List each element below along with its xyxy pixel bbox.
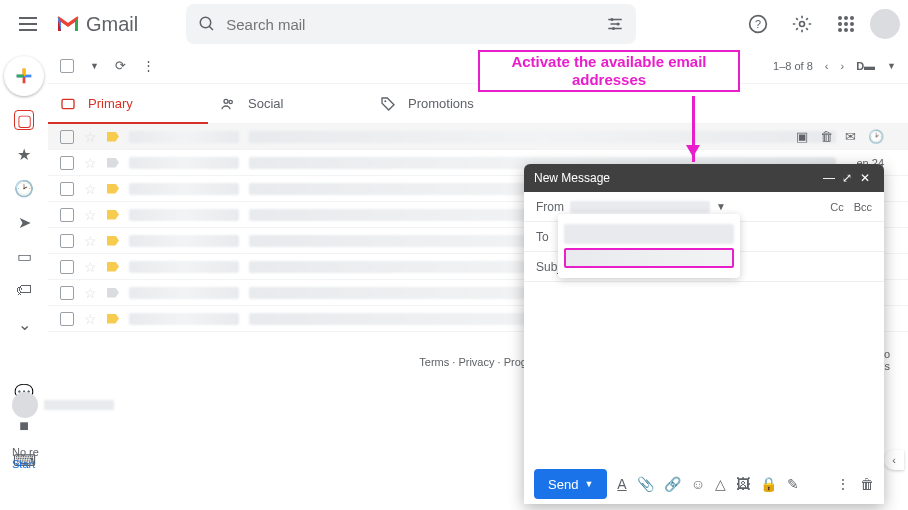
from-dropdown-icon[interactable]: ▼: [716, 201, 726, 212]
label-nav-icon[interactable]: 🏷: [14, 280, 34, 300]
from-option-1[interactable]: [564, 224, 734, 244]
importance-icon[interactable]: [107, 158, 119, 168]
search-input[interactable]: [226, 16, 596, 33]
drive-icon[interactable]: △: [715, 476, 726, 492]
prev-page-icon[interactable]: ‹: [825, 60, 829, 72]
row-checkbox[interactable]: [60, 260, 74, 274]
star-icon[interactable]: ☆: [84, 181, 97, 197]
row-checkbox[interactable]: [60, 208, 74, 222]
density-dropdown-icon[interactable]: ▼: [887, 61, 896, 71]
pen-icon[interactable]: ✎: [787, 476, 799, 492]
svg-point-3: [612, 27, 615, 30]
gmail-text: Gmail: [86, 13, 138, 36]
svg-point-7: [838, 16, 842, 20]
discard-icon[interactable]: 🗑: [860, 476, 874, 492]
svg-point-13: [838, 28, 842, 32]
starred-nav-icon[interactable]: ★: [14, 144, 34, 164]
select-dropdown-icon[interactable]: ▼: [90, 61, 99, 71]
row-checkbox[interactable]: [60, 156, 74, 170]
image-icon[interactable]: 🖼: [736, 476, 750, 492]
star-icon[interactable]: ☆: [84, 233, 97, 249]
from-value-blur: [570, 201, 710, 213]
sender-blur: [129, 313, 239, 325]
svg-point-6: [800, 22, 805, 27]
svg-point-15: [850, 28, 854, 32]
send-button[interactable]: Send▼: [534, 469, 607, 499]
more-actions-icon[interactable]: ⋮: [142, 58, 155, 73]
avatar[interactable]: [870, 9, 900, 39]
help-icon[interactable]: ?: [738, 4, 778, 44]
svg-point-11: [844, 22, 848, 26]
link-icon[interactable]: 🔗: [664, 476, 681, 492]
table-row[interactable]: ☆ ▣ 🗑 ✉ 🕑: [48, 124, 908, 150]
importance-icon[interactable]: [107, 132, 119, 142]
emoji-icon[interactable]: ☺: [691, 476, 705, 492]
drafts-nav-icon[interactable]: ▭: [14, 246, 34, 266]
snooze-icon[interactable]: 🕑: [868, 129, 884, 144]
importance-icon[interactable]: [107, 288, 119, 298]
importance-icon[interactable]: [107, 184, 119, 194]
star-icon[interactable]: ☆: [84, 259, 97, 275]
row-checkbox[interactable]: [60, 286, 74, 300]
delete-icon[interactable]: 🗑: [820, 129, 833, 144]
to-label: To: [536, 230, 549, 244]
apps-icon[interactable]: [826, 4, 866, 44]
importance-icon[interactable]: [107, 314, 119, 324]
star-icon[interactable]: ☆: [84, 207, 97, 223]
plus-icon: [13, 65, 35, 87]
gmail-icon: [56, 15, 80, 33]
annotation-text: Activate the available email addresses: [480, 53, 738, 89]
svg-point-0: [200, 17, 211, 28]
from-field[interactable]: From ▼ Cc Bcc: [524, 192, 884, 222]
search-bar[interactable]: [186, 4, 636, 44]
markread-icon[interactable]: ✉: [845, 129, 856, 144]
hangouts-start-link[interactable]: Start: [12, 458, 35, 470]
more-compose-icon[interactable]: ⋮: [836, 476, 850, 492]
row-checkbox[interactable]: [60, 182, 74, 196]
importance-icon[interactable]: [107, 262, 119, 272]
close-icon[interactable]: ✕: [856, 171, 874, 185]
tab-social[interactable]: Social: [208, 84, 368, 123]
minimize-icon[interactable]: —: [820, 171, 838, 185]
format-icon[interactable]: A: [617, 476, 626, 492]
star-icon[interactable]: ☆: [84, 129, 97, 145]
from-option-2[interactable]: [564, 248, 734, 268]
gmail-logo[interactable]: Gmail: [56, 13, 138, 36]
compose-body[interactable]: [524, 282, 884, 464]
snoozed-nav-icon[interactable]: 🕑: [14, 178, 34, 198]
compose-header[interactable]: New Message — ⤢ ✕: [524, 164, 884, 192]
confidential-icon[interactable]: 🔒: [760, 476, 777, 492]
compose-button[interactable]: [4, 56, 44, 96]
density-toggle[interactable]: D▬: [856, 60, 875, 72]
row-checkbox[interactable]: [60, 130, 74, 144]
search-icon: [198, 15, 216, 33]
select-all-checkbox[interactable]: [60, 59, 74, 73]
importance-icon[interactable]: [107, 210, 119, 220]
row-checkbox[interactable]: [60, 234, 74, 248]
sent-nav-icon[interactable]: ➤: [14, 212, 34, 232]
hamburger-menu[interactable]: [8, 4, 48, 44]
inbox-nav-icon[interactable]: ▢: [14, 110, 34, 130]
tab-promotions-label: Promotions: [408, 96, 474, 111]
tab-primary[interactable]: Primary: [48, 84, 208, 123]
archive-icon[interactable]: ▣: [796, 129, 808, 144]
importance-icon[interactable]: [107, 236, 119, 246]
star-icon[interactable]: ☆: [84, 285, 97, 301]
refresh-icon[interactable]: ⟳: [115, 58, 126, 73]
attach-icon[interactable]: 📎: [637, 476, 654, 492]
sender-blur: [129, 131, 239, 143]
more-nav-icon[interactable]: ⌄: [14, 314, 34, 334]
bcc-link[interactable]: Bcc: [854, 201, 872, 213]
cc-link[interactable]: Cc: [830, 201, 843, 213]
side-panel-toggle[interactable]: ‹: [884, 450, 904, 470]
star-icon[interactable]: ☆: [84, 155, 97, 171]
row-checkbox[interactable]: [60, 312, 74, 326]
search-options-icon[interactable]: [606, 15, 624, 33]
next-page-icon[interactable]: ›: [840, 60, 844, 72]
fullscreen-icon[interactable]: ⤢: [838, 171, 856, 185]
star-icon[interactable]: ☆: [84, 311, 97, 327]
hangouts-avatar[interactable]: [12, 392, 38, 418]
svg-point-10: [838, 22, 842, 26]
settings-icon[interactable]: [782, 4, 822, 44]
inbox-icon: [60, 96, 76, 112]
